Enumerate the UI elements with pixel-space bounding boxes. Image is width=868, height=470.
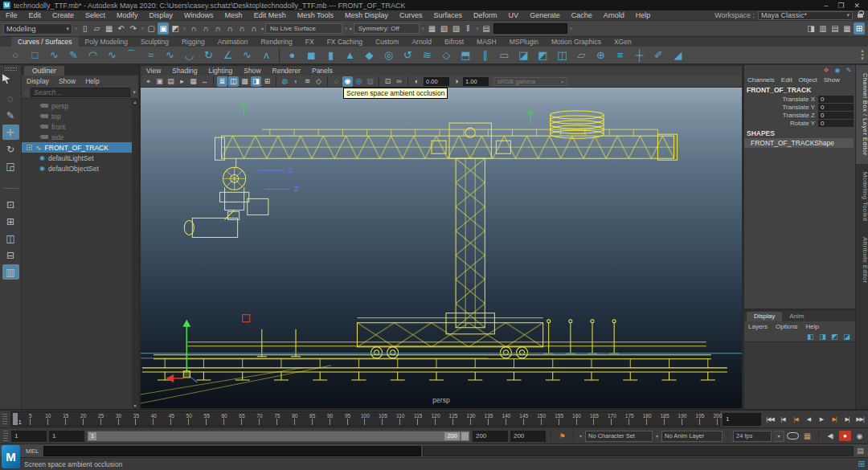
lasso-tool[interactable]: ◌ [2, 91, 19, 106]
nurbs-plane-icon[interactable]: ◆ [360, 47, 379, 63]
mute-audio-icon[interactable]: ◀) [824, 432, 837, 439]
menu-curves[interactable]: Curves [394, 11, 428, 19]
group-collapse-icon[interactable]: › [344, 25, 348, 32]
close-button[interactable]: ✕ [854, 2, 860, 10]
new-layer-icon[interactable]: ◩ [829, 332, 840, 341]
insert-knot-icon[interactable]: ◡ [180, 47, 199, 63]
birail-icon[interactable]: ∥ [476, 47, 494, 63]
filter-chevron-icon[interactable]: ▾ [133, 89, 136, 96]
range-slider-bar[interactable]: 1 200 [87, 431, 470, 442]
untrim-icon[interactable]: ▱ [572, 47, 591, 63]
group-collapse-icon[interactable]: › [475, 25, 479, 32]
gamma-icon[interactable]: ◑ [451, 76, 461, 87]
range-start-handle[interactable]: 1 [88, 432, 96, 440]
shelf-tab-custom[interactable]: Custom [369, 37, 405, 47]
expand-icon[interactable]: + [27, 145, 32, 150]
command-input[interactable] [43, 446, 421, 456]
toggle-modeling-toolkit-icon[interactable]: ◨ [805, 22, 817, 35]
textured-mode-icon[interactable]: ▩ [240, 76, 250, 87]
menu-mesh-tools[interactable]: Mesh Tools [292, 11, 339, 19]
gamma-field[interactable]: 1.00 [463, 77, 489, 86]
menu-select[interactable]: Select [80, 11, 111, 19]
pencil-curve-tool-icon[interactable]: ✎ [64, 47, 83, 63]
shelf-tab-msplugin[interactable]: MSPlugin [503, 37, 545, 47]
new-layer-selected-icon[interactable]: ◪ [841, 332, 852, 341]
chevron-down-icon[interactable]: ▾ [261, 26, 264, 31]
go-to-end-button[interactable]: ▶▶| [854, 413, 866, 426]
outliner-menu-help[interactable]: Help [80, 77, 104, 85]
menu-edit-mesh[interactable]: Edit Mesh [248, 11, 292, 19]
snap-point-icon[interactable]: ∩ [212, 22, 223, 35]
curve-fillet-icon[interactable]: ⌒ [122, 47, 141, 63]
group-collapse-icon[interactable]: › [141, 25, 145, 32]
redo-icon[interactable]: ↷ [128, 22, 139, 35]
outliner-menu-display[interactable]: Display [22, 77, 54, 85]
layout-outliner-persp[interactable]: ▥ [2, 264, 19, 280]
toolbox-grip[interactable] [5, 67, 17, 71]
menu-edit[interactable]: Edit [23, 11, 47, 19]
surface-editing-icon[interactable]: ◢ [669, 47, 687, 63]
shelf-tab-rigging[interactable]: Rigging [175, 37, 211, 47]
rotate-tool[interactable]: ↻ [2, 141, 19, 157]
outliner-menu-show[interactable]: Show [54, 77, 80, 85]
play-backwards-button[interactable]: ◀ [802, 413, 815, 426]
bevel-icon[interactable]: ◪ [514, 47, 533, 63]
range-slider-grip[interactable] [3, 431, 8, 441]
viewport-menu-shading[interactable]: Shading [166, 67, 203, 75]
maximize-button[interactable]: ❐ [837, 2, 844, 10]
extrude-icon[interactable]: ⬒ [457, 47, 475, 63]
layout-four-view[interactable]: ⊞ [2, 214, 19, 229]
shelf-tab-bifrost[interactable]: Bifrost [438, 37, 470, 47]
search-input[interactable] [31, 88, 130, 97]
fps-dropdown[interactable]: 24 fps [733, 431, 772, 442]
fog-icon[interactable]: ≋ [302, 76, 313, 87]
planar-icon[interactable]: ◇ [437, 47, 456, 63]
shelf-tab-fx[interactable]: FX [299, 37, 321, 47]
xray-icon[interactable]: ∞ [394, 76, 404, 87]
ipr-render-icon[interactable]: ▧ [438, 22, 449, 35]
shelf-scroll-spinner[interactable]: ▲●▼ [858, 49, 868, 61]
toggle-channel-box-icon[interactable]: ⊞ [854, 22, 865, 35]
set-character-key-icon[interactable]: ⚑ [556, 432, 568, 440]
shadows-icon[interactable]: ◐ [291, 76, 301, 87]
shelf-tab-mash[interactable]: MASH [470, 37, 503, 47]
script-editor-icon[interactable]: ▤ [855, 447, 866, 455]
outliner-scrollbar[interactable]: ▲▼ [132, 99, 138, 409]
loft-icon[interactable]: ≋ [418, 47, 436, 63]
channel-edit-icon[interactable]: ✎ [844, 66, 854, 75]
menu-modify[interactable]: Modify [111, 11, 144, 19]
anim-layer-dropdown[interactable]: No Anim Layer [661, 431, 723, 442]
outliner-item-front[interactable]: front [22, 121, 138, 132]
play-forwards-button[interactable]: ▶ [815, 413, 828, 426]
default-material-icon[interactable]: ◨ [251, 76, 261, 87]
insert-isoparm-icon[interactable]: ┼ [630, 47, 649, 63]
attach-surfaces-icon[interactable]: ⊕ [592, 47, 610, 63]
open-scene-icon[interactable]: ▱ [92, 22, 103, 35]
menu-mesh[interactable]: Mesh [219, 11, 248, 19]
attribute-label[interactable]: Translate Z [744, 112, 818, 119]
snap-view-plane-icon[interactable]: ∩ [236, 22, 248, 35]
menu-uv[interactable]: UV [503, 11, 525, 19]
chevron-down-icon[interactable]: ▾ [579, 433, 583, 439]
exposure-icon[interactable]: ◐ [411, 76, 422, 87]
smooth-wire-icon[interactable]: ◇ [313, 76, 324, 87]
snap-grid-icon[interactable]: ∩ [188, 22, 199, 35]
rebuild-curve-icon[interactable]: ∿ [238, 47, 256, 63]
all-lights-icon[interactable]: ◍ [280, 76, 290, 87]
layout-single-pane[interactable]: ⊡ [2, 197, 19, 212]
toggle-attribute-editor-icon[interactable]: ▦ [841, 22, 853, 35]
go-to-start-button[interactable]: |◀◀ [764, 413, 776, 426]
viewport-menu-show[interactable]: Show [238, 67, 266, 75]
selected-object-name[interactable]: FRONT_OF_TRACK [744, 84, 855, 95]
menu-display[interactable]: Display [144, 11, 179, 19]
select-hierarchy-icon[interactable]: ▢ [145, 22, 157, 35]
select-object-icon[interactable]: ▣ [158, 22, 169, 35]
toggle-hypershade-icon[interactable]: ▥ [817, 22, 829, 35]
outliner-item-side[interactable]: side [22, 132, 138, 142]
group-collapse-icon[interactable]: › [74, 25, 78, 32]
time-slider-grip[interactable] [2, 414, 7, 424]
sculpt-surface-icon[interactable]: ✐ [649, 47, 668, 63]
animation-preferences-icon[interactable]: ◉ [854, 432, 866, 440]
side-tab-attribute-editor[interactable]: Attribute Editor [856, 229, 868, 292]
animation-start-field[interactable]: 1 [11, 431, 47, 442]
